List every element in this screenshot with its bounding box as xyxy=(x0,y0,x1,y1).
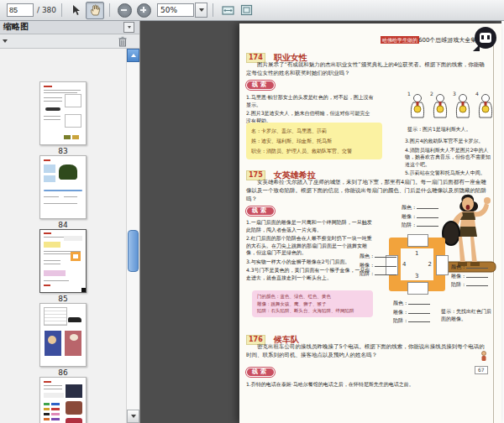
clue-text: 1.乔特的电话在泰姬·马哈尔餐馆的电话之后，在怀特尼斯先生的电话之前。 xyxy=(246,381,475,389)
thumbnail-page-label: 84 xyxy=(38,221,88,229)
label-statue: 雕像： xyxy=(393,309,408,315)
book-page-number: 67 xyxy=(475,366,488,374)
award-figure-2: 2 xyxy=(430,92,453,124)
thumbnail-page-85-current[interactable]: 85 xyxy=(38,229,88,303)
figure-number: 1 xyxy=(407,91,411,97)
answer-blank[interactable] xyxy=(466,273,488,278)
answer-blank[interactable] xyxy=(375,262,396,267)
answer-blank[interactable] xyxy=(375,253,396,258)
thumbnail-page-label: 85 xyxy=(38,295,88,303)
answers-door-2: 颜色： 雕像： 陷阱： xyxy=(451,263,488,290)
thumbnail-page-84[interactable]: 84 xyxy=(38,155,88,229)
thumbnails-panel-title: 缩略图 xyxy=(3,21,29,33)
zoom-dropdown-button[interactable] xyxy=(195,3,207,18)
scroll-up-button[interactable] xyxy=(127,49,139,62)
answer-blank[interactable] xyxy=(375,270,396,275)
woman-with-medal-icon xyxy=(407,92,428,121)
section-176-intro: 密克出租车公司的接线员昨晚接了5个电话。根据下面的线索，你能说出接线员接到每个电… xyxy=(246,342,488,359)
clue-text: 1.马里恩·帕甘那女士的头发是红色的，对不起，图上没有显示。 xyxy=(246,94,374,108)
pdf-toolbar: / 380 50% xyxy=(0,0,504,21)
thumbnail-page-87[interactable]: 87 xyxy=(38,377,88,423)
section-174-clues-right: 3.图片4的救助队军官不是卡罗尔。 4.消防员瑞利斯夫人不是图片2中的人物，她喜… xyxy=(405,138,492,179)
door-3 xyxy=(407,282,428,295)
zoom-in-button[interactable] xyxy=(137,3,151,18)
fit-width-icon xyxy=(222,5,234,16)
zoom-level-value[interactable]: 50% xyxy=(157,3,194,17)
section-175-options-box: 门的颜色：蓝色、绿色、红色、黄色 雕像：跳舞女孩、鹰、狮子、猴子 陷阱：石头陷阱… xyxy=(252,290,373,317)
answers-door-3: 颜色： 雕像： 陷阱： xyxy=(393,299,430,326)
mascot-logo-icon xyxy=(475,27,496,49)
thumbnail-page-86[interactable]: 86 xyxy=(38,303,88,377)
label-trap: 陷阱： xyxy=(393,317,408,323)
hand-icon xyxy=(90,4,101,16)
clue-text: 4.消防员瑞利斯夫人不是图片2中的人物，她喜欢古典音乐，但你也不需要知道这个吧。 xyxy=(405,147,492,169)
answer-blank[interactable] xyxy=(408,300,430,305)
label-statue: 雕像： xyxy=(451,273,466,279)
scrollbar-thumb[interactable] xyxy=(128,230,139,272)
door-number: 4 xyxy=(402,261,406,268)
section-174-clues-left: 1.马里恩·帕甘那女士的头发是红色的，对不起，图上没有显示。 2.图片3是迪安夫… xyxy=(246,94,374,126)
answer-blank[interactable] xyxy=(417,213,438,218)
fit-width-button[interactable] xyxy=(218,2,237,19)
section-175-hint: 提示：先找出红色门后面的雕像。 xyxy=(441,307,495,322)
answer-blank[interactable] xyxy=(466,281,488,286)
answer-blank[interactable] xyxy=(466,264,488,269)
door-1 xyxy=(407,234,428,247)
clue-badge: 线索 xyxy=(246,81,275,90)
options-traps: 陷阱：石头陷阱、断头台、火海陷阱、绊网陷阱 xyxy=(257,307,368,315)
thumbnail-image xyxy=(39,155,87,219)
thumbnail-page-83[interactable]: 83 xyxy=(38,81,88,155)
answer-blank[interactable] xyxy=(417,222,438,227)
award-figure-1: 1 xyxy=(407,92,430,124)
answer-blank[interactable] xyxy=(408,309,430,314)
clue-text: 4.3号门不是黄色的，黄门后面有一个猴子金像，一旦你走进去，就会直接走到一个断头… xyxy=(246,267,374,281)
clue-badge: 线索 xyxy=(246,206,275,216)
thumbnail-page-label: 86 xyxy=(38,368,88,377)
thumbnails-panel: 缩略图 xyxy=(0,20,140,423)
cursor-icon xyxy=(71,4,81,16)
thumbnail-image xyxy=(39,229,87,293)
label-statue: 雕像： xyxy=(402,213,417,219)
series-badge: 哈佛给学生做的 xyxy=(381,36,419,44)
hand-tool-button[interactable] xyxy=(86,2,104,19)
options-dropdown-icon[interactable] xyxy=(3,39,8,43)
clue-text: 1.一扇门后面的雕像是一只鹰和一个绊网陷阱，一旦触发此陷阱，闯入者会落入一片火海… xyxy=(246,219,374,233)
panel-collapse-button[interactable] xyxy=(123,22,134,33)
answer-blank[interactable] xyxy=(408,317,430,322)
fit-page-button[interactable] xyxy=(237,2,255,19)
woman-with-medal-icon xyxy=(453,92,473,121)
door-number: 2 xyxy=(428,261,432,268)
options-jobs: 职业：消防员、护理人员、救助队军官、交警 xyxy=(251,146,377,156)
figure-number: 4 xyxy=(475,91,479,97)
select-tool-button[interactable] xyxy=(67,2,86,19)
door-diagram: 1 2 3 4 xyxy=(389,238,445,291)
label-color: 颜色： xyxy=(360,253,375,258)
scroll-down-button[interactable] xyxy=(127,410,139,423)
award-figure-4: 4 xyxy=(475,92,498,124)
zoom-out-button[interactable] xyxy=(118,3,132,18)
label-trap: 陷阱： xyxy=(360,270,375,276)
options-door-colors: 门的颜色：蓝色、绿色、红色、黄色 xyxy=(257,293,368,300)
award-figures: 1 2 3 xyxy=(407,92,498,124)
trash-icon[interactable] xyxy=(118,36,128,47)
fit-page-icon xyxy=(240,4,253,16)
clue-text: 3.图片4的救助队军官不是卡罗尔。 xyxy=(405,138,492,145)
section-174-options-box: 名：卡罗尔、盖尔、马里恩、莎莉 姓：迪安、瑞利斯、珀金斯、托马斯 职业：消防员、… xyxy=(246,123,382,159)
sidebar-scrollbar[interactable] xyxy=(126,49,139,423)
woman-with-medal-icon xyxy=(475,92,496,121)
thumbnails-subtoolbar xyxy=(0,34,139,49)
thumbnail-image xyxy=(39,303,87,367)
page-number-input[interactable] xyxy=(7,3,34,17)
door-2 xyxy=(436,255,449,275)
answer-blank[interactable] xyxy=(417,204,438,209)
toolbar-divider xyxy=(109,3,110,17)
section-174-hint: 提示：图片1是瑞利斯夫人。 xyxy=(407,126,471,133)
label-color: 颜色： xyxy=(451,264,466,269)
label-trap: 陷阱： xyxy=(402,222,417,227)
options-names: 名：卡罗尔、盖尔、马里恩、莎莉 xyxy=(251,126,377,136)
options-statues: 雕像：跳舞女孩、鹰、狮子、猴子 xyxy=(257,300,368,308)
label-color: 颜色： xyxy=(393,300,408,306)
section-174-intro: 图片展示了“有成就和魅力的杰出职业女性”颁奖典礼上的4位获奖者。根据下面的线索，… xyxy=(246,60,488,77)
clue-text: 5.莎莉站在交警和托马斯夫人中间。 xyxy=(405,170,492,177)
figure-number: 2 xyxy=(430,91,433,97)
